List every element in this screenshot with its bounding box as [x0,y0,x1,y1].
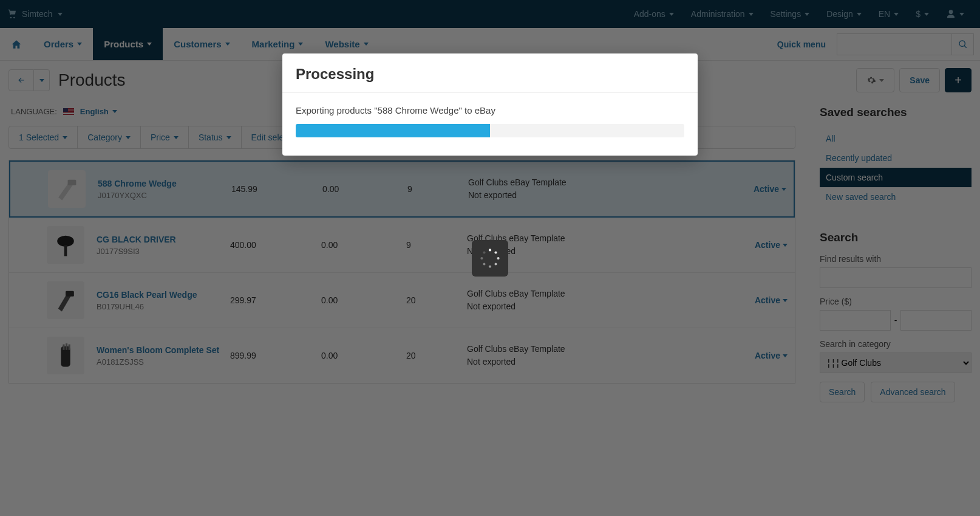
svg-point-8 [489,249,491,251]
svg-point-15 [483,251,485,253]
svg-point-9 [494,251,497,253]
loading-spinner [472,240,508,277]
processing-modal: Processing Exporting products "588 Chrom… [282,53,698,156]
svg-point-10 [497,256,500,259]
modal-title: Processing [296,66,684,83]
spinner-icon [480,248,500,269]
progress-fill [296,124,490,137]
svg-point-14 [480,256,483,259]
svg-point-12 [489,265,491,267]
progress-bar [296,124,684,137]
svg-point-13 [483,263,485,265]
modal-description: Exporting products "588 Chrome Wedge" to… [296,105,684,115]
svg-point-11 [494,263,497,265]
